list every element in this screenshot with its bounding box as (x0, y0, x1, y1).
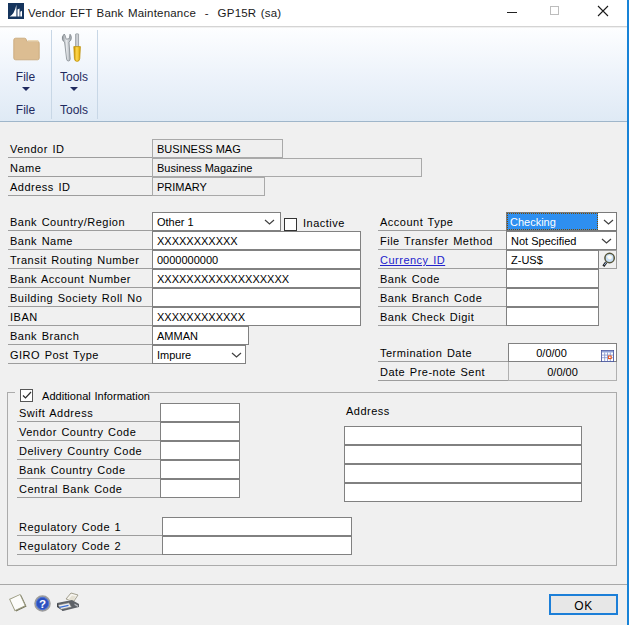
svg-text:?: ? (39, 598, 46, 610)
